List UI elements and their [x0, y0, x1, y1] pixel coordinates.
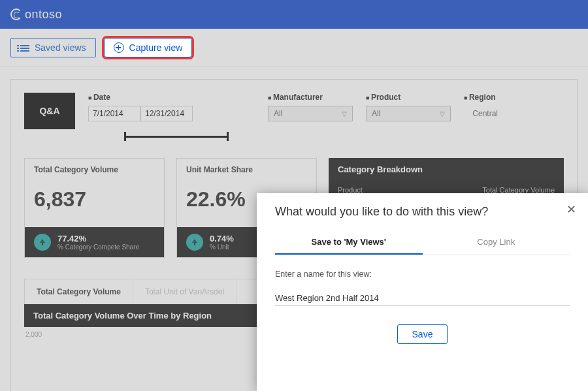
card-total-category-volume[interactable]: Total Category Volume 6,837 77.42% % Cat… [24, 158, 165, 258]
brand-text: ontoso [25, 8, 62, 22]
filter-region-label: Region [464, 93, 503, 102]
trend-up-icon [186, 234, 203, 251]
filter-manufacturer: Manufacturer All ▽ [268, 93, 353, 144]
saved-views-label: Saved views [35, 42, 86, 53]
view-name-input[interactable] [275, 290, 570, 306]
product-select[interactable]: All ▽ [366, 106, 451, 121]
qa-badge[interactable]: Q&A [24, 93, 75, 129]
date-start-input[interactable] [88, 106, 140, 121]
manufacturer-select[interactable]: All ▽ [268, 106, 353, 121]
tab-copy-link[interactable]: Copy Link [423, 230, 570, 255]
region-select[interactable]: Central [464, 106, 503, 121]
chevron-down-icon: ▽ [440, 110, 445, 117]
view-name-label: Enter a name for this view: [275, 270, 570, 279]
action-toolbar: Saved views Capture view [0, 29, 588, 67]
filter-product-label: Product [366, 93, 451, 102]
dialog-title: What would you like to do with this view… [275, 205, 570, 219]
save-button[interactable]: Save [397, 324, 448, 344]
saved-views-button[interactable]: Saved views [10, 38, 96, 57]
filter-product: Product All ▽ [366, 93, 451, 144]
close-icon[interactable]: ✕ [566, 202, 576, 217]
filter-manufacturer-label: Manufacturer [268, 93, 353, 102]
contoso-logo-icon [10, 8, 22, 20]
tab-total-unit-vanarsdel[interactable]: Total Unit of VanArsdel [133, 279, 237, 304]
dialog-tabs: Save to 'My Views' Copy Link [275, 230, 570, 255]
filter-date: Date [88, 93, 229, 144]
trend-up-icon [34, 234, 51, 251]
tab-total-category-volume[interactable]: Total Category Volume [25, 279, 133, 304]
date-end-input[interactable] [140, 106, 193, 121]
brand-logo: ontoso [10, 8, 62, 22]
brand-header: ontoso [0, 0, 588, 29]
list-icon [20, 44, 29, 52]
capture-view-label: Capture view [129, 42, 183, 53]
capture-view-dialog: ✕ What would you like to do with this vi… [257, 193, 588, 391]
tab-save-my-views[interactable]: Save to 'My Views' [275, 230, 423, 255]
filter-row: Q&A Date Manufacturer All ▽ Product All … [24, 93, 564, 144]
capture-view-button[interactable]: Capture view [104, 38, 193, 57]
filter-date-label: Date [88, 93, 229, 102]
chevron-down-icon: ▽ [342, 110, 347, 117]
filter-region: Region Central [464, 93, 503, 144]
date-range-slider[interactable] [124, 131, 229, 144]
plus-circle-icon [114, 42, 124, 53]
